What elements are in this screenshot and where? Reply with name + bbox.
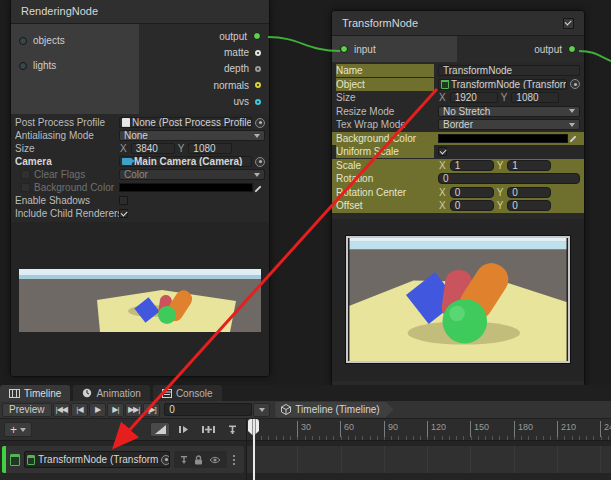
row-size: Size X 1920 Y 1080 — [332, 91, 584, 105]
object-picker-icon[interactable] — [161, 455, 170, 465]
resize-mode-dropdown[interactable]: No Stretch — [438, 106, 580, 117]
add-track-button[interactable]: + — [4, 422, 32, 437]
transform-node-panel[interactable]: TransformNode input output Name Transfor… — [331, 10, 585, 388]
output-port-icon[interactable] — [568, 45, 576, 53]
eyedropper-icon[interactable] — [570, 133, 580, 143]
rotation-center-x-field[interactable]: 0 — [450, 187, 494, 198]
row-uniform-scale: Uniform Scale — [332, 145, 584, 159]
port-output[interactable]: output — [139, 28, 269, 44]
track-content-area[interactable] — [247, 441, 611, 480]
port-objects[interactable]: objects — [11, 28, 139, 53]
clock-icon — [82, 388, 92, 398]
track-menu-icon[interactable] — [233, 455, 235, 465]
timeline-ruler[interactable]: 30 60 90 120 150 180 210 240 — [247, 419, 611, 440]
tab-bar: Timeline Animation Console — [0, 385, 611, 401]
previous-frame-button[interactable]: |◀ — [71, 403, 88, 417]
eyedropper-icon[interactable] — [255, 183, 265, 193]
offset-y-field[interactable]: 0 — [507, 200, 551, 211]
name-field[interactable]: TransformNode — [438, 65, 580, 76]
input-port-icon[interactable] — [340, 45, 348, 53]
port-output[interactable]: output — [457, 36, 584, 62]
port-depth[interactable]: depth — [139, 61, 269, 77]
row-size: Size X 3840 Y 1080 — [11, 142, 269, 155]
object-field[interactable]: TransformNode (Transform Node — [438, 79, 567, 90]
size-x-field[interactable]: 1920 — [450, 92, 498, 103]
objects-port-icon[interactable] — [19, 37, 27, 45]
matte-port-icon[interactable] — [255, 50, 261, 56]
size-y-field[interactable]: 1080 — [511, 92, 559, 103]
pin-icon — [228, 425, 237, 435]
replace-mode-button[interactable] — [198, 422, 218, 437]
tab-timeline[interactable]: Timeline — [0, 385, 70, 401]
camera-field[interactable]: Main Camera (Camera) — [119, 156, 252, 167]
transform-node-header[interactable]: TransformNode — [332, 11, 584, 36]
play-button[interactable]: ▶ — [89, 403, 106, 417]
include-child-renderers-checkbox[interactable] — [119, 209, 128, 218]
ripple-mode-icon — [179, 425, 190, 434]
ruler-label: 30 — [297, 421, 311, 437]
row-background-color-left: Background Color — [11, 181, 269, 194]
port-matte[interactable]: matte — [139, 44, 269, 60]
uvs-port-icon[interactable] — [255, 99, 261, 105]
row-camera: Camera Main Camera (Camera) — [11, 155, 269, 168]
track-header-column: TransformNode (Transform — [0, 441, 247, 480]
row-enable-shadows: Enable Shadows — [11, 194, 269, 207]
clear-flags-checkbox[interactable] — [21, 170, 30, 179]
next-frame-button[interactable]: ▶| — [107, 403, 124, 417]
object-picker-icon[interactable] — [570, 79, 580, 89]
uniform-scale-checkbox[interactable] — [438, 147, 447, 156]
track-object-field[interactable]: TransformNode (Transform — [24, 451, 170, 468]
go-to-end-button[interactable]: ▶▶| — [125, 403, 142, 417]
transform-track[interactable]: TransformNode (Transform — [2, 446, 244, 473]
preview-toggle[interactable]: Preview — [2, 403, 52, 417]
scale-x-field[interactable]: 1 — [450, 160, 494, 171]
object-picker-icon[interactable] — [255, 118, 265, 128]
tab-animation[interactable]: Animation — [73, 385, 149, 401]
lock-icon[interactable] — [194, 455, 203, 465]
pin-icon[interactable] — [180, 455, 188, 465]
rotation-center-y-field[interactable]: 0 — [507, 187, 551, 198]
port-uvs[interactable]: uvs — [139, 94, 269, 110]
rendering-node-preview — [11, 222, 269, 377]
mix-mode-button[interactable] — [150, 422, 170, 437]
lights-port-icon[interactable] — [19, 62, 27, 70]
play-range-button[interactable]: [▶] — [143, 403, 160, 417]
depth-port-icon[interactable] — [255, 66, 261, 72]
antialiasing-dropdown[interactable]: None — [119, 130, 265, 141]
port-lights[interactable]: lights — [11, 53, 139, 78]
tab-console[interactable]: Console — [153, 385, 222, 401]
ripple-mode-button[interactable] — [174, 422, 194, 437]
background-color-swatch[interactable] — [119, 183, 253, 192]
track-lane[interactable] — [247, 446, 611, 473]
offset-x-field[interactable]: 0 — [450, 200, 494, 211]
output-port-icon[interactable] — [253, 32, 261, 40]
rendering-node-panel[interactable]: RenderingNode objects lights output matt… — [10, 0, 270, 377]
enable-shadows-checkbox[interactable] — [119, 196, 128, 205]
object-picker-icon[interactable] — [255, 157, 265, 167]
marker-toggle-button[interactable] — [222, 422, 242, 437]
timeline-options-dropdown[interactable] — [253, 403, 270, 417]
background-color-swatch[interactable] — [438, 134, 568, 143]
timeline-panel: Timeline Animation Console Preview |◀◀ |… — [0, 385, 611, 480]
timeline-breadcrumb[interactable]: Timeline (Timeline) — [275, 402, 393, 418]
timeline-toolbar: Preview |◀◀ |◀ ▶ ▶| ▶▶| [▶] 0 Timeline (… — [0, 401, 611, 419]
rotation-field[interactable]: 0 — [438, 173, 580, 184]
size-y-field[interactable]: 1080 — [188, 143, 232, 154]
rendering-node-header[interactable]: RenderingNode — [11, 0, 269, 24]
go-to-start-button[interactable]: |◀◀ — [53, 403, 70, 417]
eye-icon[interactable] — [209, 456, 221, 464]
tex-wrap-mode-dropdown[interactable]: Border — [438, 119, 580, 130]
size-x-field[interactable]: 3840 — [131, 143, 175, 154]
frame-number-field[interactable]: 0 — [164, 403, 252, 416]
background-color-checkbox[interactable] — [21, 183, 30, 192]
scale-y-field[interactable]: 1 — [507, 160, 551, 171]
node-enabled-checkbox[interactable] — [563, 18, 574, 29]
transform-node-title: TransformNode — [342, 17, 418, 29]
wire-rendering-to-transform[interactable] — [268, 37, 340, 51]
port-normals[interactable]: normals — [139, 77, 269, 93]
playhead-line — [253, 419, 255, 480]
normals-port-icon[interactable] — [255, 82, 261, 88]
clear-flags-dropdown[interactable]: Color — [119, 169, 265, 180]
post-process-profile-field[interactable]: None (Post Process Profile) — [119, 117, 252, 128]
port-input[interactable]: input — [332, 36, 457, 62]
